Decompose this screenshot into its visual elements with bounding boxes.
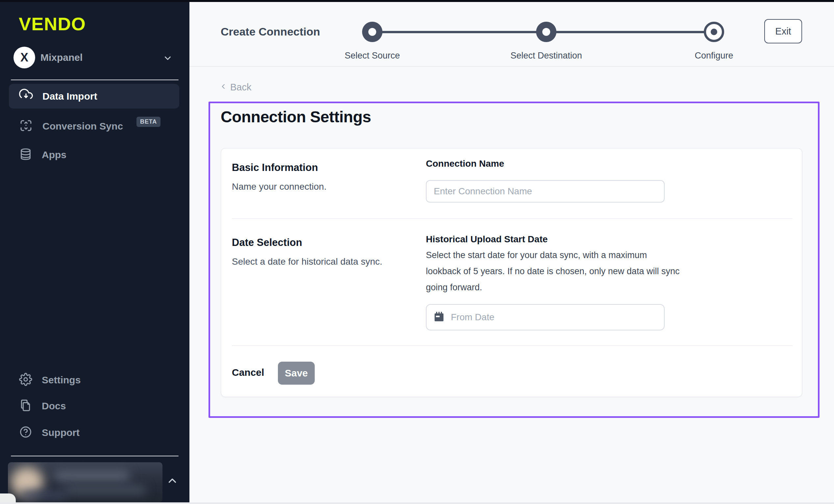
user-info-redacted	[21, 490, 67, 499]
workspace-name: Mixpanel	[41, 52, 83, 63]
stepper-connector	[382, 31, 537, 33]
gear-icon	[19, 373, 32, 387]
cloud-download-icon	[19, 89, 33, 104]
step-node-select-destination	[536, 22, 556, 42]
chevron-left-icon	[220, 82, 227, 93]
sidebar-divider	[11, 80, 179, 80]
sidebar-item-label: Apps	[42, 149, 66, 160]
sidebar-item-docs[interactable]: Docs	[9, 394, 179, 418]
from-date-input[interactable]: From Date	[426, 304, 665, 330]
basic-information-title: Basic Information	[232, 162, 318, 174]
sidebar-item-label: Data Import	[42, 91, 97, 102]
wizard-content: Back Connection Settings Basic Informati…	[190, 67, 834, 504]
documents-icon	[19, 399, 32, 413]
sidebar-divider	[11, 456, 179, 456]
step-label: Select Destination	[487, 51, 606, 61]
sidebar-item-support[interactable]: Support	[9, 420, 179, 445]
help-circle-icon	[19, 425, 32, 440]
historical-upload-description: Select the start date for your data sync…	[426, 247, 682, 295]
step-label: Select Source	[313, 51, 432, 61]
from-date-placeholder: From Date	[451, 312, 494, 323]
user-email-redacted	[64, 485, 146, 495]
sidebar-item-conversion-sync[interactable]: Conversion Sync BETA	[9, 114, 179, 138]
sidebar-item-label: Conversion Sync	[42, 120, 123, 132]
sidebar-item-label: Support	[42, 427, 80, 438]
sidebar-item-label: Settings	[42, 374, 81, 386]
sidebar-item-settings[interactable]: Settings	[9, 368, 179, 392]
step-node-select-source	[362, 22, 382, 42]
wizard-header: Create Connection Select Source Select D…	[190, 2, 834, 67]
exit-button[interactable]: Exit	[764, 19, 802, 43]
chevron-down-icon	[163, 53, 173, 64]
window-top-edge	[0, 0, 834, 2]
sidebar-item-apps[interactable]: Apps	[9, 143, 179, 167]
settings-card: Basic Information Name your connection. …	[221, 148, 803, 397]
step-node-configure	[704, 22, 724, 42]
section-divider	[232, 218, 793, 219]
workspace-switcher[interactable]: X Mixpanel	[13, 46, 178, 69]
historical-upload-start-date-label: Historical Upload Start Date	[426, 234, 548, 245]
connection-name-label: Connection Name	[426, 158, 504, 169]
basic-information-description: Name your connection.	[232, 181, 327, 192]
back-link[interactable]: Back	[220, 82, 251, 93]
back-label: Back	[230, 82, 251, 93]
connection-name-input[interactable]	[426, 180, 665, 202]
sidebar-item-data-import[interactable]: Data Import	[9, 84, 179, 109]
stepper-connector	[556, 31, 704, 33]
user-name-redacted	[54, 471, 130, 481]
date-selection-title: Date Selection	[232, 237, 302, 248]
calendar-icon	[433, 311, 445, 324]
save-button[interactable]: Save	[278, 361, 315, 385]
database-icon	[19, 147, 32, 162]
page-title: Connection Settings	[221, 108, 371, 126]
date-selection-description: Select a date for historical data sync.	[232, 257, 382, 267]
user-account-card[interactable]	[8, 462, 162, 502]
wizard-title: Create Connection	[221, 25, 320, 38]
main-area: Create Connection Select Source Select D…	[190, 2, 834, 504]
sidebar: VENDO X Mixpanel Data Import Conversion …	[0, 0, 190, 504]
connection-settings-panel: Connection Settings Basic Information Na…	[208, 102, 819, 418]
window-bottom-edge	[0, 502, 834, 504]
beta-badge: BETA	[136, 117, 160, 127]
step-label: Configure	[655, 51, 773, 61]
chevron-up-icon[interactable]	[166, 475, 179, 488]
mixpanel-logo-icon: X	[14, 47, 35, 68]
section-divider	[232, 345, 793, 346]
sidebar-item-label: Docs	[42, 400, 66, 412]
vendo-logo: VENDO	[19, 13, 86, 35]
conversion-sync-icon	[19, 119, 33, 134]
cancel-button[interactable]: Cancel	[232, 367, 264, 378]
